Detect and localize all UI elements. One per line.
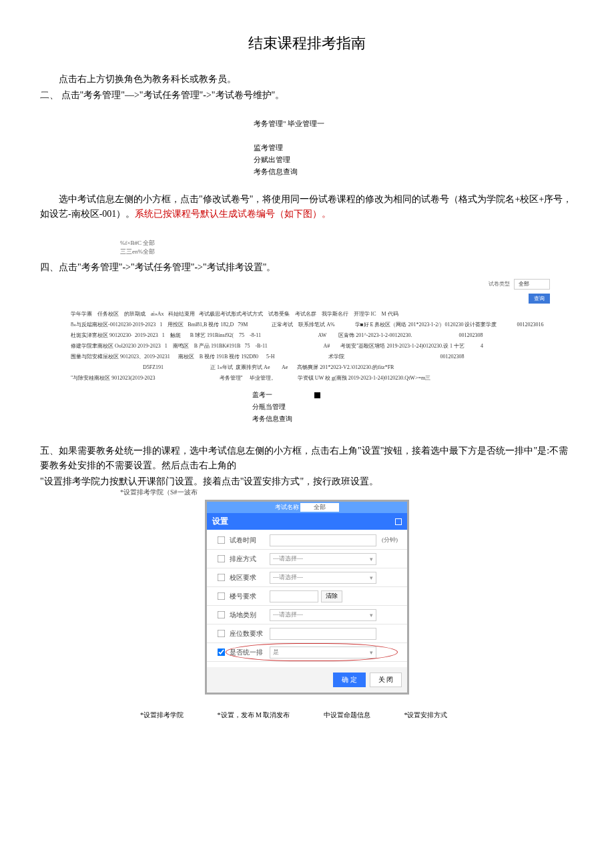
filter-line: 三三en%全部: [120, 248, 574, 256]
table-row: D5FZ191 正 1»年试 废票排穷试 Ae Ae 高畅爽屏 201*2023…: [71, 364, 394, 372]
action-set-mode[interactable]: *设置安排方式: [404, 711, 447, 719]
campus-select[interactable]: ---请选择---: [270, 572, 376, 584]
filter-line: %f×B#C 全部: [120, 239, 574, 248]
data-table-screenshot: 试卷类型 全部 查询 学年学票 任务校区 的班期成 ai»Ax 科始结束用 考试…: [40, 279, 574, 382]
dialog-caption: *设置排考学院（S#一波布: [120, 488, 198, 497]
dialog-row-campus: 校区要求 ---请选择---: [207, 568, 407, 587]
menu-item: 盖考一: [252, 389, 574, 401]
dialog-row-unified: 是否统一排 是: [207, 643, 407, 662]
search-strip-value[interactable]: 全部: [300, 503, 339, 512]
row-checkbox[interactable]: [218, 630, 226, 638]
menu-item: 分瓶当管理: [252, 401, 574, 413]
row-checkbox[interactable]: [218, 536, 226, 544]
step-6: "设置排考学院力按默认开课部门设置。接着点击"设置安排方式"，按行政班设置。: [40, 474, 574, 489]
row-checkbox[interactable]: [218, 648, 226, 657]
dialog-footer: 确 定 关 闭: [207, 667, 407, 693]
menu-screenshot-1: 考务管理" 毕业管理一 监考管理 分赋出管理 考务信息查询: [40, 117, 574, 177]
building-input[interactable]: [270, 590, 318, 602]
duration-input[interactable]: [270, 534, 376, 546]
seat-count-input[interactable]: [270, 628, 376, 640]
unit-label: (分钟): [382, 536, 402, 544]
venue-type-select[interactable]: ---请选择---: [270, 609, 376, 621]
action-links: *设置排考学院 *设置，发布 M 取消发布 中设置命题信息 *设置安排方式: [40, 711, 574, 720]
row-checkbox[interactable]: [218, 592, 226, 600]
search-button[interactable]: 查询: [529, 294, 550, 304]
row-label: 楼号要求: [230, 592, 270, 601]
table-row: 杜斑实泽富校区 90120230· 2019-2023 1 触斑 B 球艺 19…: [71, 332, 483, 340]
menu-item: 考务信息查询: [254, 165, 574, 177]
menu-item: 考务信息查询: [252, 413, 574, 425]
dialog-row-seat-count: 座位数要求: [207, 624, 407, 643]
step-3: 选中考试信息左侧的小方框，点击"修改试卷号"，将使用同一份试卷课程的修改为相同的…: [40, 192, 574, 222]
dialog-title: 设置: [212, 516, 228, 527]
step-4: 四、点击"考务管理"->"考试任务管理"->"考试排考设置"。: [40, 260, 574, 275]
table-row: 8»与反端南校区-00120230·2019-2023 1 用投区 Bml81,…: [71, 321, 543, 329]
table-header-row: 学年学票 任务校区 的班期成 ai»Ax 科始结束用 考试极思考试形式考试方式 …: [71, 310, 398, 318]
row-label: 座位数要求: [230, 629, 270, 638]
maximize-icon[interactable]: [395, 518, 402, 525]
action-publish[interactable]: *设置，发布 M 取消发布: [218, 711, 290, 719]
ok-button[interactable]: 确 定: [333, 673, 366, 687]
table-row: 修建学院聿南校区 Ool20230 2019-2023 1 南鸣区 B 产品 1…: [71, 342, 483, 350]
step-1: 点击右上方切换角色为教务科长或教务员。: [40, 72, 574, 87]
row-checkbox[interactable]: [218, 574, 226, 582]
dialog-search-strip: 考试名称 全部: [207, 502, 407, 513]
row-label: 校区要求: [230, 573, 270, 582]
menu-item: 监考管理: [254, 141, 574, 153]
menu-item: 分赋出管理: [254, 153, 574, 165]
dialog-body: 试卷时间 (分钟) 排座方式 ---请选择--- 校区要求 ---请选择--- …: [207, 530, 407, 667]
filter-label: 试卷类型: [489, 281, 510, 287]
row-label: 是否统一排: [230, 648, 270, 657]
row-label: 场地类别: [230, 610, 270, 620]
dialog-titlebar: 设置: [207, 513, 407, 530]
filter-select[interactable]: 全部: [514, 279, 550, 290]
page-title: 结束课程排考指南: [40, 33, 574, 53]
row-checkbox[interactable]: [218, 611, 226, 619]
menu-screenshot-2: 盖考一 分瓶当管理 考务信息查询: [40, 389, 574, 425]
menu-top: 考务管理" 毕业管理一: [254, 117, 574, 129]
step-2: 二、 点击"考务管理"—>"考试任务管理"->"考试卷号维护"。: [40, 88, 574, 103]
step-3-red: 系统已按课程号默认生成试卷编号（如下图）。: [135, 209, 331, 219]
dialog-row-venue-type: 场地类别 ---请选择---: [207, 606, 407, 624]
dialog-row-seat-mode: 排座方式 ---请选择---: [207, 550, 407, 568]
square-icon: [314, 392, 320, 398]
dialog-row-duration: 试卷时间 (分钟): [207, 531, 407, 550]
table-row: 围量与陪安樟屋校区 9012023、2019-20231 南校区 B 视传 19…: [71, 353, 465, 361]
seat-mode-select[interactable]: ---请选择---: [270, 553, 376, 565]
filter-snippet: %f×B#C 全部 三三en%全部: [40, 239, 574, 256]
step-5: 五、如果需要教务处统一排的课程，选中考试信息左侧的小方框，点击右上角"设置"按钮…: [40, 444, 574, 473]
row-checkbox[interactable]: [218, 555, 226, 563]
dialog-row-building: 楼号要求 清除: [207, 587, 407, 606]
row-label: 排座方式: [230, 554, 270, 564]
close-button[interactable]: 关 闭: [370, 673, 402, 687]
unified-select[interactable]: 是: [270, 646, 376, 659]
action-set-topic[interactable]: 中设置命题信息: [324, 711, 370, 719]
clear-button[interactable]: 清除: [321, 590, 342, 602]
table-row: "与除安桂南校区 9012023(2019-2023 考务管理" 毕业管理。 学…: [71, 374, 430, 382]
row-label: 试卷时间: [230, 536, 270, 545]
action-set-college[interactable]: *设置排考学院: [140, 711, 184, 719]
settings-dialog: 考试名称 全部 设置 试卷时间 (分钟) 排座方式 ---请选择---: [205, 500, 409, 695]
search-strip-label: 考试名称: [275, 503, 299, 512]
